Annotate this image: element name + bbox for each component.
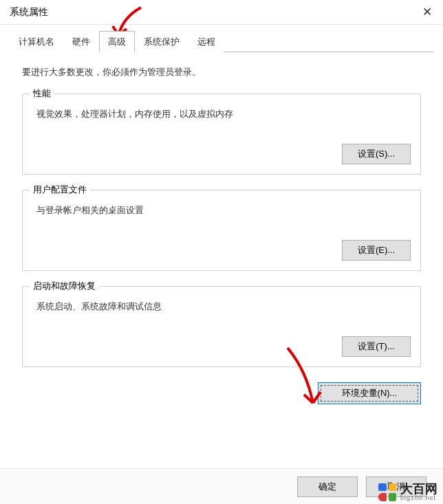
tab-label: 高级 <box>108 36 126 47</box>
tab-content: 要进行大多数更改，你必须作为管理员登录。 性能 视觉效果，处理器计划，内存使用，… <box>0 52 443 404</box>
window-title: 系统属性 <box>10 6 411 19</box>
system-properties-window: 系统属性 ✕ 计算机名 硬件 高级 系统保护 远程 要进行大多数更改，你必须作为… <box>0 0 443 504</box>
environment-variables-button[interactable]: 环境变量(N)... <box>318 382 421 404</box>
settings-button-user-profile[interactable]: 设置(E)... <box>342 240 411 261</box>
section-desc: 视觉效果，处理器计划，内存使用，以及虚拟内存 <box>36 108 411 120</box>
close-button[interactable]: ✕ <box>411 0 443 25</box>
dialog-footer: 确定 取消 <box>0 468 443 504</box>
tab-label: 远程 <box>197 36 215 47</box>
fieldset-startup-recovery: 启动和故障恢复 系统启动、系统故障和调试信息 设置(T)... <box>22 286 421 367</box>
cancel-button[interactable]: 取消 <box>366 476 426 497</box>
fieldset-performance: 性能 视觉效果，处理器计划，内存使用，以及虚拟内存 设置(S)... <box>22 94 421 175</box>
tab-computer-name[interactable]: 计算机名 <box>10 31 63 52</box>
section-desc: 与登录帐户相关的桌面设置 <box>36 204 411 217</box>
tab-label: 硬件 <box>72 36 90 47</box>
admin-hint: 要进行大多数更改，你必须作为管理员登录。 <box>22 66 421 78</box>
tab-advanced[interactable]: 高级 <box>99 31 135 52</box>
tabs-row: 计算机名 硬件 高级 系统保护 远程 <box>10 30 433 52</box>
legend: 启动和故障恢复 <box>30 280 99 292</box>
legend: 用户配置文件 <box>30 184 90 196</box>
tab-system-protection[interactable]: 系统保护 <box>135 31 188 52</box>
ok-button[interactable]: 确定 <box>297 476 358 497</box>
settings-button-performance[interactable]: 设置(S)... <box>342 144 411 164</box>
settings-button-startup-recovery[interactable]: 设置(T)... <box>342 336 411 357</box>
tab-remote[interactable]: 远程 <box>188 31 224 52</box>
legend: 性能 <box>30 87 54 100</box>
tab-label: 计算机名 <box>19 36 54 47</box>
close-icon: ✕ <box>422 5 432 19</box>
title-bar: 系统属性 ✕ <box>0 0 443 25</box>
tab-label: 系统保护 <box>144 36 180 47</box>
tab-hardware[interactable]: 硬件 <box>63 31 99 52</box>
fieldset-user-profile: 用户配置文件 与登录帐户相关的桌面设置 设置(E)... <box>22 190 421 271</box>
section-desc: 系统启动、系统故障和调试信息 <box>36 300 411 313</box>
